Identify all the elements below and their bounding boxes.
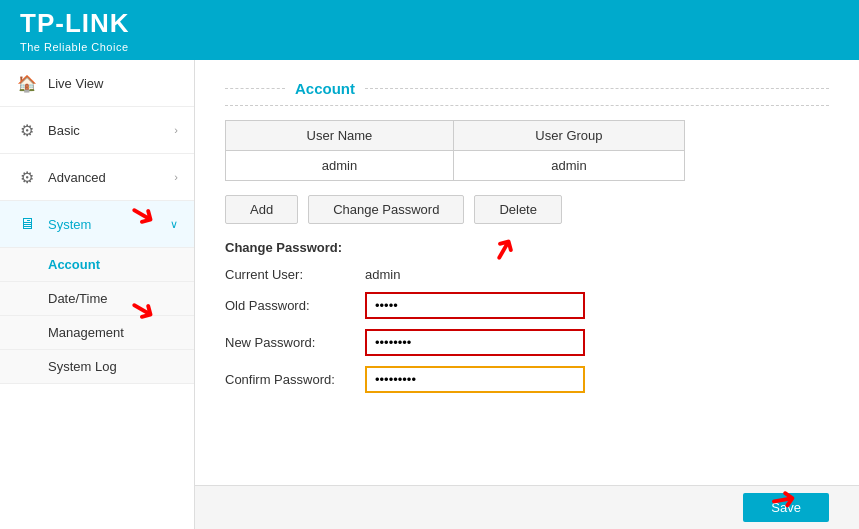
- content-area: Account User Name User Group admin admin: [195, 60, 859, 529]
- sidebar: 🏠 Live View ⚙ Basic › ⚙ Advanced › 🖥 Sys…: [0, 60, 195, 529]
- delete-button[interactable]: Delete: [474, 195, 562, 224]
- gear-icon-basic: ⚙: [16, 119, 38, 141]
- current-user-row: Current User: admin: [225, 267, 829, 282]
- section-title: Account: [225, 80, 829, 106]
- gear-icon-advanced: ⚙: [16, 166, 38, 188]
- confirm-password-label: Confirm Password:: [225, 372, 365, 387]
- system-icon: 🖥: [16, 213, 38, 235]
- old-password-label: Old Password:: [225, 298, 365, 313]
- sidebar-item-system[interactable]: 🖥 System ∨: [0, 201, 194, 248]
- brand-tagline: The Reliable Choice: [20, 41, 130, 53]
- sidebar-label-live-view: Live View: [48, 76, 103, 91]
- current-user-value: admin: [365, 267, 400, 282]
- new-password-row: New Password:: [225, 329, 829, 356]
- confirm-password-row: Confirm Password:: [225, 366, 829, 393]
- sidebar-item-management[interactable]: Management: [0, 316, 194, 350]
- chevron-right-icon-advanced: ›: [174, 171, 178, 183]
- account-table: User Name User Group admin admin: [225, 120, 685, 181]
- add-button[interactable]: Add: [225, 195, 298, 224]
- cell-usergroup: admin: [453, 151, 684, 181]
- table-row: admin admin: [226, 151, 685, 181]
- new-password-label: New Password:: [225, 335, 365, 350]
- main-layout: 🏠 Live View ⚙ Basic › ⚙ Advanced › 🖥 Sys…: [0, 60, 859, 529]
- system-submenu: Account Date/Time Management System Log: [0, 248, 194, 384]
- new-password-input[interactable]: [365, 329, 585, 356]
- sidebar-item-system-log[interactable]: System Log: [0, 350, 194, 384]
- sidebar-item-account[interactable]: Account: [0, 248, 194, 282]
- change-password-title: Change Password:: [225, 240, 829, 255]
- page-wrapper: TP-LINK The Reliable Choice 🏠 Live View …: [0, 0, 859, 529]
- brand-name: TP-LINK: [20, 8, 130, 39]
- change-password-button[interactable]: Change Password: [308, 195, 464, 224]
- bottom-bar: Save: [195, 485, 859, 529]
- old-password-row: Old Password:: [225, 292, 829, 319]
- confirm-password-input[interactable]: [365, 366, 585, 393]
- chevron-right-icon-basic: ›: [174, 124, 178, 136]
- sidebar-item-basic[interactable]: ⚙ Basic ›: [0, 107, 194, 154]
- col-header-username: User Name: [226, 121, 454, 151]
- sidebar-item-advanced[interactable]: ⚙ Advanced ›: [0, 154, 194, 201]
- home-icon: 🏠: [16, 72, 38, 94]
- chevron-down-icon-system: ∨: [170, 218, 178, 231]
- col-header-usergroup: User Group: [453, 121, 684, 151]
- action-buttons: Add Change Password Delete: [225, 195, 829, 224]
- save-button[interactable]: Save: [743, 493, 829, 522]
- old-password-input[interactable]: [365, 292, 585, 319]
- header: TP-LINK The Reliable Choice: [0, 0, 859, 60]
- cell-username: admin: [226, 151, 454, 181]
- sidebar-label-advanced: Advanced: [48, 170, 106, 185]
- sidebar-label-system: System: [48, 217, 91, 232]
- sidebar-item-live-view[interactable]: 🏠 Live View: [0, 60, 194, 107]
- logo: TP-LINK The Reliable Choice: [20, 8, 130, 53]
- sidebar-label-basic: Basic: [48, 123, 80, 138]
- current-user-label: Current User:: [225, 267, 365, 282]
- sidebar-item-datetime[interactable]: Date/Time: [0, 282, 194, 316]
